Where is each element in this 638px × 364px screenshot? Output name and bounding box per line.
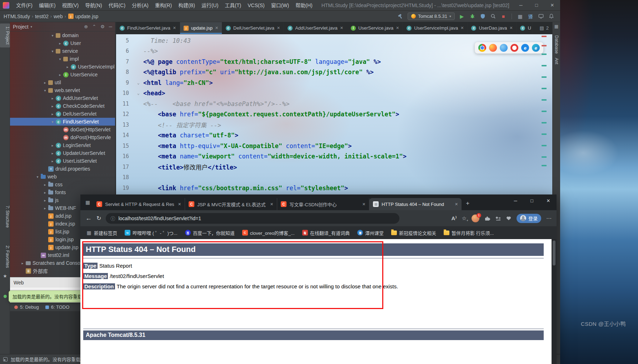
coverage-button[interactable] xyxy=(479,13,486,20)
tool-window-switcher-icon[interactable] xyxy=(3,357,8,362)
menu-item[interactable]: 帮助(H) xyxy=(292,0,315,11)
locate-icon[interactable]: ⊕ xyxy=(84,24,88,29)
editor-tab[interactable]: cUserDao.java✕ xyxy=(468,22,517,34)
stop-button[interactable]: ■ xyxy=(500,13,507,20)
read-aloud-icon[interactable]: A⁾ xyxy=(451,215,457,222)
menu-item[interactable]: VCS(S) xyxy=(244,0,268,11)
close-tab-icon[interactable]: ✕ xyxy=(460,26,464,30)
close-tab-icon[interactable]: ✕ xyxy=(340,26,343,30)
maximize-button[interactable]: □ xyxy=(529,0,544,11)
browser-tab[interactable]: CJSP & MVC开发模式 & EL表达式✕ xyxy=(185,198,277,210)
breadcrumb-folder[interactable]: web xyxy=(54,14,63,19)
extensions-icon[interactable] xyxy=(484,216,490,221)
edge-browser-icon[interactable]: e xyxy=(532,44,540,52)
tree-item[interactable]: ▾cFindUserServlet xyxy=(10,118,115,126)
bookmark-item[interactable]: 有在线翻译_有道词典 xyxy=(302,229,350,236)
tree-item[interactable]: ▸cCheckCodeServlet xyxy=(10,102,115,110)
hidden-tabs-count[interactable]: 2 xyxy=(546,25,549,31)
chevron-down-icon[interactable]: ▾ xyxy=(35,175,40,179)
tool-button-favorites[interactable]: 2: Favorites xyxy=(0,246,10,268)
tree-item[interactable]: mdoPost(HttpServle xyxy=(10,133,115,141)
translate-icon[interactable]: 译 xyxy=(527,13,534,20)
back-button[interactable]: ← xyxy=(85,214,92,222)
url-text[interactable]: localhost/test02/findUserServlet?id=1 xyxy=(118,216,201,221)
close-tab-icon[interactable]: ✕ xyxy=(509,26,513,30)
maximize-button[interactable]: □ xyxy=(524,194,540,207)
chevron-right-icon[interactable]: ▸ xyxy=(42,191,48,194)
tree-item[interactable]: ▸cUserListServlet xyxy=(10,157,115,165)
hide-panel-icon[interactable]: ─ xyxy=(109,24,112,29)
editor-tab[interactable]: iUserService.java✕ xyxy=(347,22,403,34)
tool-button-project[interactable]: 1: Project xyxy=(0,24,10,47)
close-tab-icon[interactable]: ✕ xyxy=(270,202,273,207)
tree-item[interactable]: ▸cUser xyxy=(10,39,115,47)
code-line[interactable]: 11<%-- <base href="<%=basePath%>"/>--%> xyxy=(116,98,552,109)
menu-item[interactable]: 构建(B) xyxy=(175,0,198,11)
tree-item[interactable]: mdoGet(HttpServlet xyxy=(10,126,115,133)
tree-item[interactable]: ▸util xyxy=(10,79,115,86)
tool-button-debug[interactable]: 5: Debug xyxy=(14,304,39,310)
ie-browser-icon[interactable]: e xyxy=(521,44,529,52)
tree-item[interactable]: ▸cUpdateUserServlet xyxy=(10,149,115,157)
tool-button-ant[interactable]: Ant xyxy=(554,56,559,66)
menu-item[interactable]: 分析(A) xyxy=(129,0,152,11)
chevron-right-icon[interactable]: ▸ xyxy=(50,104,55,108)
close-button[interactable]: ✕ xyxy=(544,0,560,11)
code-line[interactable]: 16 <meta name="viewport" content="width=… xyxy=(116,151,552,162)
bookmark-item[interactable]: 潭潭州课堂 xyxy=(357,229,384,236)
close-tab-icon[interactable]: ✕ xyxy=(215,26,218,30)
close-tab-icon[interactable]: ✕ xyxy=(455,202,458,207)
menu-item[interactable]: 工具(T) xyxy=(221,0,244,11)
menu-item[interactable]: 文件(F) xyxy=(13,0,36,11)
code-line[interactable]: 15 <meta http-equiv="X-UA-Compatible" co… xyxy=(116,141,552,151)
browser-tab[interactable]: ▤HTTP Status 404 – Not Found✕ xyxy=(369,198,462,210)
tree-item[interactable]: ≡druid.properties xyxy=(10,165,115,173)
code-line[interactable]: 12 <base href="${pageContext.request.con… xyxy=(116,109,552,120)
browser-tab[interactable]: C写文章-CSDN创作中心✕ xyxy=(277,198,369,210)
chevron-right-icon[interactable]: ▸ xyxy=(42,81,48,85)
menu-item[interactable]: 代码(C) xyxy=(105,0,129,11)
menu-item[interactable]: 重构(R) xyxy=(152,0,175,11)
project-panel-title[interactable]: Project xyxy=(13,24,29,30)
breadcrumb-file[interactable]: update.jsp xyxy=(75,14,99,19)
chrome-browser-icon[interactable] xyxy=(478,44,486,52)
code-line[interactable]: 17 <title>修改用户</title> xyxy=(116,162,552,172)
tree-item[interactable]: ▾service xyxy=(10,47,115,55)
safari-browser-icon[interactable] xyxy=(500,44,508,52)
code-line[interactable]: 9⌄<html lang="zh-CN"> xyxy=(116,77,552,88)
tool-button-todo[interactable]: 6: TODO xyxy=(45,304,70,310)
bookmark-item[interactable]: 新冠疫情论文相关 xyxy=(391,229,436,236)
run-button[interactable]: ▶ xyxy=(459,13,465,20)
code-line[interactable]: 18 xyxy=(116,172,552,183)
breadcrumb-project[interactable]: HTMLStudy xyxy=(4,14,30,19)
profiler-button[interactable] xyxy=(490,13,496,20)
tree-item[interactable]: ▸cUserServiceImpl xyxy=(10,63,115,71)
chevron-right-icon[interactable]: ▸ xyxy=(50,143,55,147)
gear-icon[interactable]: ⚙ xyxy=(100,24,105,29)
menu-item[interactable]: 编辑(E) xyxy=(36,0,59,11)
menu-item[interactable]: 导航(N) xyxy=(82,0,105,11)
tree-item[interactable]: ▸iUserService xyxy=(10,71,115,79)
more-menu-icon[interactable]: ⋯ xyxy=(546,215,552,222)
minimize-button[interactable]: ─ xyxy=(507,194,524,207)
close-tab-icon[interactable]: ✕ xyxy=(277,26,280,30)
close-tab-icon[interactable]: ✕ xyxy=(362,202,365,207)
browser-tab[interactable]: CServlet & HTTP & Request & Res✕ xyxy=(93,198,185,210)
add-favorite-icon[interactable]: ☆+ xyxy=(462,215,467,222)
bookmark-item[interactable]: 百百度一下，你就知道 xyxy=(185,229,235,236)
chevron-right-icon[interactable]: ▸ xyxy=(50,151,55,155)
editor-tab[interactable]: cUserServiceImpl.java✕ xyxy=(403,22,468,34)
run-configuration-select[interactable]: Tomcat 8.5.31 ▾ xyxy=(408,12,455,20)
menu-item[interactable]: 运行(U) xyxy=(198,0,221,11)
tree-item[interactable]: ▾web.servlet xyxy=(10,86,115,94)
code-line[interactable]: 8<%@taglib prefix="c" uri="http://java.s… xyxy=(116,67,552,78)
close-tab-icon[interactable]: ✕ xyxy=(396,26,399,30)
site-info-icon[interactable]: ⓘ xyxy=(110,215,115,222)
tree-item[interactable]: ▸cAddUserServlet xyxy=(10,94,115,102)
close-tab-icon[interactable]: ✕ xyxy=(178,202,181,207)
debug-button[interactable] xyxy=(469,13,475,20)
tree-item[interactable]: ▸cLoginServlet xyxy=(10,141,115,149)
collections-icon[interactable] xyxy=(495,216,501,221)
monitor-icon[interactable] xyxy=(538,13,544,20)
firefox-browser-icon[interactable] xyxy=(489,44,497,52)
